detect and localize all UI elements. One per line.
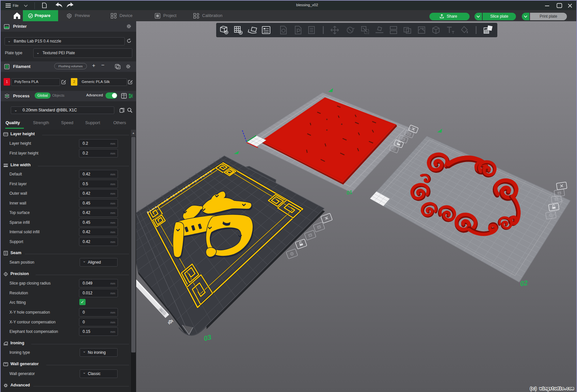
- svg-text:02: 02: [520, 279, 528, 287]
- svg-text:ı0ı: ı0ı: [167, 318, 174, 326]
- svg-text:01: 01: [346, 189, 353, 196]
- svg-text:03: 03: [203, 333, 212, 342]
- svg-text:File: File: [13, 4, 19, 8]
